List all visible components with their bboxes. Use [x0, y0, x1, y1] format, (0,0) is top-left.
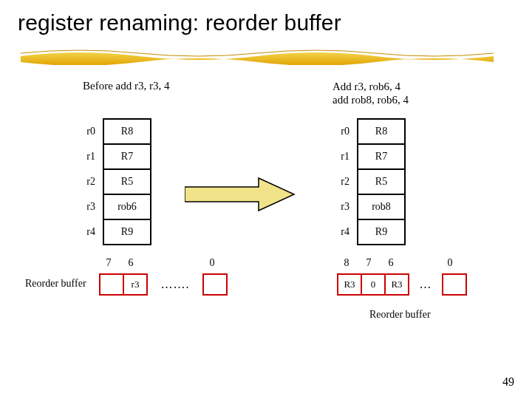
map-row: r3rob6: [64, 194, 151, 219]
reg-name: r3: [318, 194, 358, 219]
reg-val: R7: [103, 144, 151, 169]
arrow-icon: [185, 176, 296, 213]
reg-val: R8: [103, 119, 151, 144]
reg-name: r0: [64, 119, 103, 144]
rob-ellipsis: …….: [147, 274, 203, 295]
rob-cell: [100, 274, 123, 295]
rob-cell: R3: [385, 274, 409, 295]
rob-cell: R3: [338, 274, 361, 295]
map-row: r1R7: [64, 144, 151, 169]
map-table-right: r0R8 r1R7 r2R5 r3rob8 r4R9: [318, 118, 406, 245]
rob-ellipsis: …: [409, 274, 443, 295]
reg-val: rob8: [358, 194, 405, 219]
rob-index: 6: [380, 257, 402, 269]
rob-cell: 0: [361, 274, 385, 295]
rob-index: 6: [120, 257, 142, 269]
rob-label-left: Reorder buffer: [25, 278, 86, 290]
reg-val: R9: [103, 219, 151, 245]
page-number: 49: [502, 375, 514, 389]
rob-index: 7: [98, 257, 120, 269]
map-row: r2R5: [318, 169, 405, 194]
map-row: r0R8: [64, 119, 151, 144]
rob-cell: r3: [123, 274, 147, 295]
page-title: register renaming: reorder buffer: [18, 10, 341, 35]
reorder-buffer-left: r3 …….: [99, 273, 228, 296]
underline-rule: [21, 47, 494, 65]
reg-val: R5: [103, 169, 151, 194]
reg-val: R9: [358, 219, 405, 245]
reg-val: R7: [358, 144, 405, 169]
reg-name: r3: [64, 194, 103, 219]
rob-index: 0: [439, 257, 461, 269]
reg-val: rob6: [103, 194, 151, 219]
caption-before: Before add r3, r3, 4: [83, 80, 169, 92]
reg-name: r0: [318, 119, 358, 144]
map-row: r0R8: [318, 119, 405, 144]
caption-after: Add r3, rob6, 4 add rob8, rob6, 4: [332, 80, 409, 106]
map-row: r3rob8: [318, 194, 405, 219]
rob-cell: [203, 274, 227, 295]
rob-index: 7: [358, 257, 380, 269]
reorder-buffer-right: R3 0 R3 …: [337, 273, 467, 296]
reg-name: r1: [64, 144, 103, 169]
map-table-left: r0R8 r1R7 r2R5 r3rob6 r4R9: [64, 118, 151, 245]
rob-index: 0: [201, 257, 223, 269]
reg-name: r1: [318, 144, 358, 169]
map-row: r4R9: [64, 219, 151, 245]
map-row: r1R7: [318, 144, 405, 169]
map-row: r4R9: [318, 219, 405, 245]
reg-name: r4: [64, 219, 103, 245]
reg-name: r4: [318, 219, 358, 245]
slide: register renaming: reorder buffer Before…: [0, 0, 532, 399]
reg-name: r2: [64, 169, 103, 194]
reg-name: r2: [318, 169, 358, 194]
rob-label-right: Reorder buffer: [369, 309, 431, 321]
svg-marker-0: [185, 178, 294, 211]
reg-val: R8: [358, 119, 405, 144]
reg-val: R5: [358, 169, 405, 194]
rob-cell: [443, 274, 466, 295]
map-row: r2R5: [64, 169, 151, 194]
rob-index: 8: [335, 257, 358, 269]
